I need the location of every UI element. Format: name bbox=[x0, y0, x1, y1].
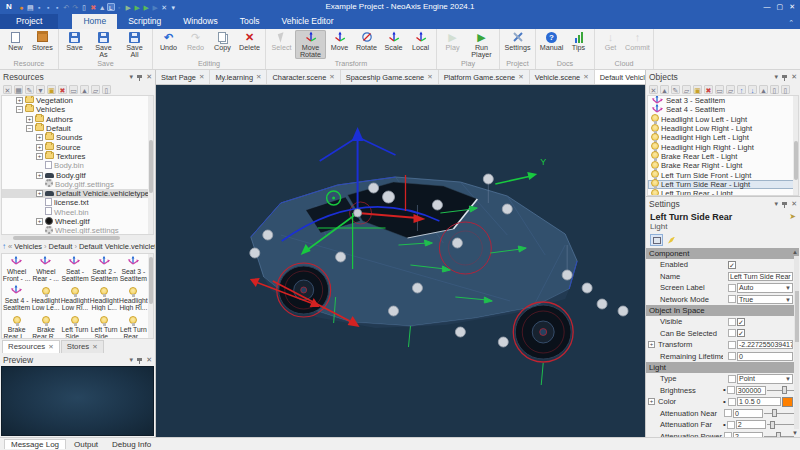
cursor-icon[interactable]: ▲ bbox=[759, 85, 768, 94]
pin-icon[interactable] bbox=[782, 75, 787, 78]
pick-icon[interactable]: ▲ bbox=[660, 85, 669, 94]
color-value-field[interactable]: 1 0.5 0 bbox=[737, 397, 781, 406]
close-icon[interactable]: ✕ bbox=[199, 73, 204, 81]
expander-icon[interactable]: − bbox=[26, 125, 33, 132]
ribbon-button-move[interactable]: Move bbox=[326, 30, 353, 59]
close-icon[interactable]: ✕ bbox=[791, 200, 797, 208]
pin-icon[interactable] bbox=[137, 358, 142, 361]
dropdown[interactable]: Point▼ bbox=[737, 374, 793, 384]
tree-item-body-gltf[interactable]: +Body.gltf bbox=[2, 170, 153, 179]
document-tab-start-page[interactable]: Start Page✕ bbox=[156, 70, 210, 84]
default-value-box[interactable] bbox=[724, 432, 732, 437]
grid-item-seat-seatitem[interactable]: Seat - SeatItem bbox=[60, 254, 89, 283]
default-value-box[interactable] bbox=[728, 295, 736, 303]
new-folder-icon[interactable]: ▣ bbox=[47, 85, 56, 94]
ribbon-collapse-icon[interactable]: ⌃ bbox=[788, 19, 794, 27]
expander-icon[interactable]: − bbox=[16, 106, 23, 113]
play-icon[interactable]: ▶ bbox=[124, 4, 133, 11]
number-field[interactable]: 2 bbox=[736, 420, 766, 429]
tools-icon[interactable]: ✕ bbox=[3, 85, 12, 94]
duplicate-icon[interactable]: ▱ bbox=[682, 85, 691, 94]
checkbox[interactable]: ✓ bbox=[737, 318, 745, 326]
run-device-icon[interactable]: ▶ bbox=[142, 4, 151, 11]
grid-item-seat-4-seatitem[interactable]: Seat 4 - SeatItem bbox=[2, 283, 31, 312]
statusbar-tab-debug-info[interactable]: Debug Info bbox=[106, 440, 157, 449]
grid-item-seat-2-seatitem[interactable]: Seat 2 - SeatItem bbox=[90, 254, 119, 283]
expander-icon[interactable]: + bbox=[36, 134, 43, 141]
grid-item-wheel-rear[interactable]: Wheel Rear - ... bbox=[31, 254, 60, 283]
new-folder-icon[interactable]: ▣ bbox=[693, 85, 702, 94]
copy-icon[interactable]: ▱ bbox=[91, 85, 100, 94]
text-field[interactable]: Left Turn Side Rear bbox=[728, 272, 793, 281]
ribbon-button-rotate[interactable]: Rotate bbox=[353, 30, 380, 59]
slider-thumb[interactable] bbox=[782, 386, 787, 394]
ribbon-button-local[interactable]: Local bbox=[407, 30, 434, 59]
paste-icon[interactable]: ▯ bbox=[781, 85, 790, 94]
pick-object-icon[interactable]: ➤ bbox=[789, 212, 796, 221]
default-value-box[interactable] bbox=[728, 341, 736, 349]
rotate-icon[interactable]: ◦ bbox=[115, 4, 124, 11]
document-tab-default-vehicle-vehicletype[interactable]: Default Vehicle.vehicletype*✕ bbox=[595, 70, 645, 84]
undo-icon[interactable]: ↶ bbox=[62, 4, 71, 11]
tree-vertical-scrollbar[interactable] bbox=[148, 96, 153, 234]
grid-item-left-turn-side[interactable]: Left Turn Side... bbox=[90, 312, 119, 339]
close-icon[interactable]: ✕ bbox=[146, 356, 152, 364]
tree-item-default[interactable]: −Default bbox=[2, 124, 153, 133]
tree-item-body-bin[interactable]: +Body.bin bbox=[2, 161, 153, 170]
close-icon[interactable]: ✕ bbox=[329, 73, 334, 81]
settings-preview-tab[interactable] bbox=[665, 234, 678, 246]
expander-icon[interactable]: + bbox=[36, 218, 43, 225]
ribbon-button-save-all[interactable]: Save All bbox=[119, 30, 150, 59]
default-value-box[interactable] bbox=[728, 375, 736, 383]
color-swatch[interactable] bbox=[782, 397, 793, 407]
slider-thumb[interactable] bbox=[776, 432, 781, 437]
tree-item-sounds[interactable]: +Sounds bbox=[2, 133, 153, 142]
edit-icon[interactable]: ✎ bbox=[671, 85, 680, 94]
grid-item-brake-rear-r[interactable]: Brake Rear R... bbox=[31, 312, 60, 339]
ribbon-button-run-player[interactable]: ▶Run Player bbox=[466, 30, 497, 59]
tree-item-textures[interactable]: +Textures bbox=[2, 152, 153, 161]
delete-icon[interactable]: ✖ bbox=[704, 85, 713, 94]
settings-icon[interactable]: ✕ bbox=[160, 4, 169, 11]
default-value-box[interactable] bbox=[728, 329, 736, 337]
ribbon-button-settings[interactable]: Settings bbox=[502, 30, 533, 59]
ribbon-button-save-as[interactable]: Save As bbox=[88, 30, 119, 59]
text-field[interactable]: 0 bbox=[737, 352, 793, 361]
default-value-box[interactable] bbox=[727, 421, 735, 429]
expander-icon[interactable]: + bbox=[648, 341, 655, 348]
default-value-box[interactable] bbox=[727, 386, 735, 394]
grid-item-seat-3-seatitem[interactable]: Seat 3 - SeatItem bbox=[119, 254, 148, 283]
grid-item-wheel-front[interactable]: Wheel Front - ... bbox=[2, 254, 31, 283]
menu-tab-project[interactable]: Project bbox=[0, 14, 58, 29]
select-icon[interactable]: ▲ bbox=[98, 4, 107, 11]
ribbon-button-undo[interactable]: ↶Undo bbox=[155, 30, 182, 59]
ribbon-button-manual[interactable]: ?Manual bbox=[538, 30, 565, 59]
save-all-icon[interactable]: ▪ bbox=[53, 4, 62, 11]
expander-icon[interactable]: + bbox=[36, 190, 43, 197]
settings-vertical-scrollbar[interactable] bbox=[794, 256, 799, 429]
panel-options-icon[interactable]: ▾ bbox=[130, 356, 134, 364]
color-scheme-icon[interactable]: ▦ bbox=[14, 85, 23, 94]
move-down-icon[interactable]: ↓ bbox=[748, 85, 757, 94]
close-icon[interactable]: ✕ bbox=[146, 73, 152, 81]
object-item-headlight-low-right-light[interactable]: Headlight Low Right - Light bbox=[648, 124, 798, 133]
tree-item-license-txt[interactable]: +license.txt bbox=[2, 198, 153, 207]
expander-icon[interactable]: + bbox=[36, 144, 43, 151]
maximize-icon[interactable]: ▢ bbox=[777, 3, 784, 11]
object-item-headlight-high-left-light[interactable]: Headlight High Left - Light bbox=[648, 133, 798, 142]
pin-icon[interactable] bbox=[782, 202, 787, 205]
statusbar-tab-output[interactable]: Output bbox=[68, 440, 104, 449]
copy-icon[interactable]: ▱ bbox=[726, 85, 735, 94]
copy-icon[interactable]: ▯ bbox=[80, 4, 89, 11]
quickbar-options-icon[interactable]: ▾ bbox=[169, 4, 178, 11]
ribbon-button-scale[interactable]: Scale bbox=[380, 30, 407, 59]
number-field[interactable]: 2 bbox=[733, 432, 763, 437]
run-player-icon[interactable]: ▶ bbox=[133, 4, 142, 11]
text-field[interactable]: -2.227255039417561 bbox=[737, 340, 793, 349]
ribbon-button-copy[interactable]: Copy bbox=[209, 30, 236, 59]
object-item-left-turn-side-rear-light[interactable]: Left Turn Side Rear - Light bbox=[648, 180, 798, 189]
rename-icon[interactable]: ▭ bbox=[715, 85, 724, 94]
ribbon-button-new[interactable]: New bbox=[2, 30, 29, 59]
menu-tab-windows[interactable]: Windows bbox=[172, 14, 228, 29]
panel-options-icon[interactable]: ▾ bbox=[130, 73, 134, 81]
